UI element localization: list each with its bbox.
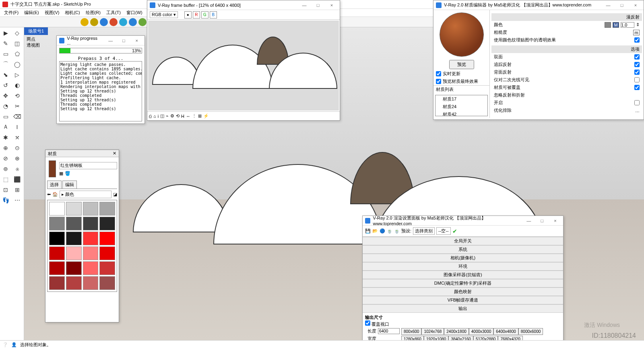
- rs-section[interactable]: 环境: [363, 262, 563, 271]
- menu-window[interactable]: 窗口(W): [124, 9, 145, 16]
- tool-m-icon[interactable]: [80, 18, 89, 26]
- size-preset-button[interactable]: 1024x768: [421, 328, 444, 335]
- color-swatch[interactable]: [49, 217, 65, 230]
- tool-29-icon[interactable]: ⬛: [12, 175, 22, 183]
- secondary-ray-checkbox[interactable]: [634, 77, 640, 82]
- maximize-button[interactable]: □: [312, 3, 324, 8]
- tool-10-icon[interactable]: ↺: [1, 81, 10, 89]
- channel-g[interactable]: G: [201, 11, 208, 18]
- preset-empty[interactable]: --空--: [436, 227, 451, 235]
- fb-status-icon[interactable]: ⊞: [198, 113, 202, 119]
- size-preset-button[interactable]: 8000x6000: [518, 328, 543, 335]
- tool-5-icon[interactable]: ⬠: [12, 50, 22, 58]
- section-options[interactable]: 选项: [491, 45, 642, 53]
- color-swatch[interactable]: [66, 217, 82, 230]
- color-swatch[interactable]: [83, 246, 99, 260]
- tool-22-icon[interactable]: ⊕: [1, 144, 10, 152]
- close-button[interactable]: ×: [132, 38, 142, 43]
- overridable-checkbox[interactable]: [634, 85, 640, 90]
- spinner-icon[interactable]: ⇕: [636, 22, 640, 27]
- menu-tools[interactable]: 工具(T): [104, 9, 123, 16]
- close-button[interactable]: ×: [630, 3, 641, 8]
- rs-section[interactable]: 全局开关: [363, 237, 563, 245]
- teapot2-icon[interactable]: 🍵: [394, 228, 400, 234]
- color-swatch[interactable]: [66, 276, 82, 290]
- material-name-input[interactable]: [59, 162, 117, 169]
- tool-23-icon[interactable]: ⊙: [12, 144, 22, 152]
- section-diffuse[interactable]: 漫反射: [491, 13, 642, 21]
- color-swatch[interactable]: [99, 217, 115, 230]
- tool-8-icon[interactable]: ⬊: [1, 71, 10, 79]
- fb-status-icon[interactable]: H: [181, 114, 184, 119]
- tool-30-icon[interactable]: ⊡: [1, 186, 10, 194]
- tool-24-icon[interactable]: ⊘: [1, 154, 10, 162]
- color-swatch[interactable]: [99, 232, 115, 245]
- color-swatch[interactable]: [83, 217, 99, 230]
- menu-draw[interactable]: 绘图(R): [83, 9, 103, 16]
- fb-status-icon[interactable]: ⟲: [176, 113, 180, 119]
- fb-status-icon[interactable]: ⌁: [166, 113, 169, 119]
- color-swatch[interactable]: [66, 232, 82, 245]
- back-refl-checkbox[interactable]: [634, 70, 640, 75]
- color-swatch[interactable]: [49, 246, 65, 260]
- doublesided-checkbox[interactable]: [634, 54, 640, 60]
- tool-br-icon[interactable]: [119, 18, 127, 26]
- color-swatch[interactable]: [83, 276, 99, 290]
- paint-bucket-icon[interactable]: 🪣: [65, 171, 70, 176]
- color-swatch[interactable]: [83, 261, 99, 275]
- tool-32-icon[interactable]: 👣: [1, 196, 10, 204]
- color-swatch[interactable]: [99, 261, 115, 275]
- material-swatch[interactable]: [49, 160, 56, 177]
- tool-r-icon[interactable]: [100, 18, 108, 26]
- live-update-checkbox[interactable]: [436, 71, 441, 76]
- color-swatch[interactable]: [66, 202, 82, 216]
- tool-33-icon[interactable]: ⋯: [12, 196, 22, 204]
- material-item[interactable]: 材质24: [436, 103, 487, 111]
- tool-20-icon[interactable]: ✱: [1, 133, 10, 142]
- rs-section[interactable]: 系统: [363, 245, 563, 254]
- tool-13-icon[interactable]: ⟲: [12, 92, 22, 100]
- tool-15-icon[interactable]: ✂: [12, 102, 22, 110]
- channel-r[interactable]: R: [193, 11, 200, 18]
- tool-14-icon[interactable]: ◔: [1, 102, 10, 110]
- color-swatch[interactable]: [66, 246, 82, 260]
- color-swatch[interactable]: [49, 261, 65, 275]
- home-icon[interactable]: 🏠: [52, 192, 58, 197]
- tool-26-icon[interactable]: ⊚: [1, 165, 10, 173]
- fb-status-icon[interactable]: ⎙: [149, 114, 152, 119]
- color-swatch[interactable]: [83, 202, 99, 216]
- tool-4-icon[interactable]: ▭: [1, 50, 10, 58]
- menu-edit[interactable]: 编辑(E): [22, 9, 41, 16]
- tool-q-icon[interactable]: [90, 18, 98, 26]
- color-swatch[interactable]: [99, 246, 115, 260]
- help-icon[interactable]: ❔: [2, 342, 8, 347]
- create-material-icon[interactable]: ▦: [59, 171, 63, 176]
- material-item[interactable]: 材质42: [436, 111, 487, 116]
- size-preset-button[interactable]: 4000x3000: [469, 328, 494, 335]
- tool-28-icon[interactable]: ⬚: [1, 175, 10, 183]
- rs-section[interactable]: VFB帧缓存通道: [363, 296, 563, 304]
- length-input[interactable]: [378, 328, 400, 334]
- tool-25-icon[interactable]: ⊛: [12, 154, 22, 162]
- open-icon[interactable]: 📂: [372, 228, 378, 234]
- rs-section[interactable]: 输出: [363, 304, 563, 313]
- maximize-button[interactable]: □: [616, 3, 627, 8]
- fb-status-icon[interactable]: ⋮: [192, 113, 196, 119]
- tool-17-icon[interactable]: ⌫: [12, 113, 22, 121]
- tool-7-icon[interactable]: ◯: [12, 60, 22, 68]
- maximize-button[interactable]: □: [118, 38, 129, 43]
- teapot1-icon[interactable]: 🍵: [387, 228, 392, 234]
- color-swatch[interactable]: [49, 232, 65, 245]
- tool-21-icon[interactable]: ⤧: [12, 133, 22, 142]
- tool-9-icon[interactable]: ▷: [12, 71, 22, 79]
- render-icon[interactable]: 🔵: [380, 228, 385, 234]
- rs-section[interactable]: 图像采样器(抗锯齿): [363, 271, 563, 279]
- final-preview-checkbox[interactable]: [436, 79, 441, 84]
- save-icon[interactable]: 💾: [365, 228, 371, 234]
- rgb-all-icon[interactable]: ●: [184, 11, 192, 18]
- tool-31-icon[interactable]: ⊞: [12, 186, 22, 194]
- color-swatch[interactable]: [83, 232, 99, 245]
- color-swatch[interactable]: [605, 22, 611, 28]
- minimize-button[interactable]: —: [523, 218, 534, 223]
- open-checkbox[interactable]: [634, 100, 640, 105]
